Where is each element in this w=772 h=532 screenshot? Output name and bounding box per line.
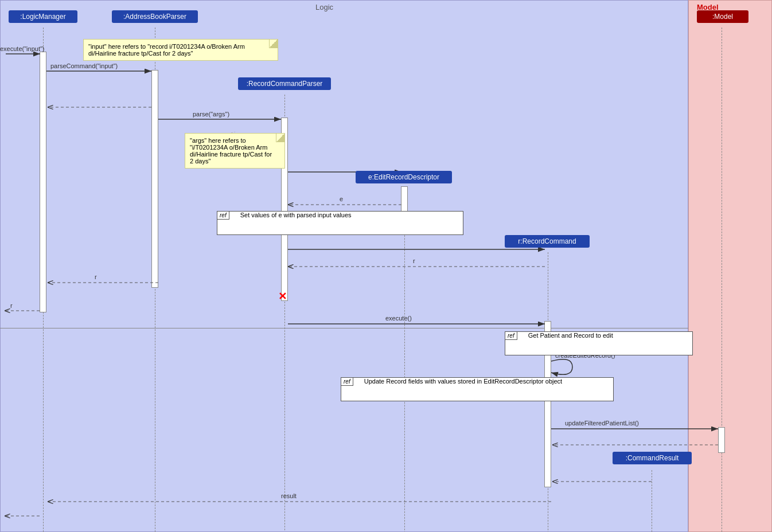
activation-logic-manager (40, 52, 46, 312)
lifeline-logic-manager: :LogicManager (9, 10, 77, 23)
activation-address-book-parser (151, 70, 158, 288)
activation-edit-record-descriptor (401, 186, 408, 212)
ref-update-record: ref Update Record fields with values sto… (341, 377, 614, 401)
ref-text-3: Update Record fields with values stored … (360, 376, 567, 386)
ref-label-3: ref (341, 378, 353, 386)
note-args: "args" here refers to "i/T0201234A o/Bro… (185, 133, 285, 169)
lifeline-command-result: :CommandResult (613, 452, 692, 464)
lifeline-line-command-result (652, 470, 652, 532)
logic-panel (0, 0, 688, 532)
lifeline-record-command-parser: :RecordCommandParser (238, 77, 331, 90)
ref-text-1: Set values of e with parsed input values (236, 210, 356, 220)
model-panel (688, 0, 772, 532)
lifeline-address-book-parser: :AddressBookParser (112, 10, 198, 23)
ref-text-2: Get Patient and Record to edit (524, 330, 618, 341)
logic-panel-label: Logic (315, 3, 333, 11)
lifeline-edit-record-descriptor: e:EditRecordDescriptor (356, 171, 452, 183)
note-args-text: "args" here refers to "i/T0201234A o/Bro… (190, 137, 272, 165)
activation-model-create (718, 427, 725, 453)
note-input: "input" here refers to "record i/T020123… (83, 39, 278, 61)
ref-label-2: ref (505, 332, 517, 340)
lifeline-model: :Model (697, 10, 748, 23)
sequence-diagram: Logic Model :LogicManager :AddressBookPa… (0, 0, 772, 532)
lifeline-line-model (722, 28, 722, 532)
lifeline-record-command: r:RecordCommand (505, 235, 590, 248)
separator-line (0, 328, 688, 328)
ref-label-1: ref (217, 212, 229, 220)
ref-set-values: ref Set values of e with parsed input va… (217, 211, 463, 235)
lifeline-line-edit-record-descriptor (404, 189, 405, 532)
ref-get-patient: ref Get Patient and Record to edit (505, 331, 693, 355)
destruction-marker: ✕ (278, 290, 287, 303)
